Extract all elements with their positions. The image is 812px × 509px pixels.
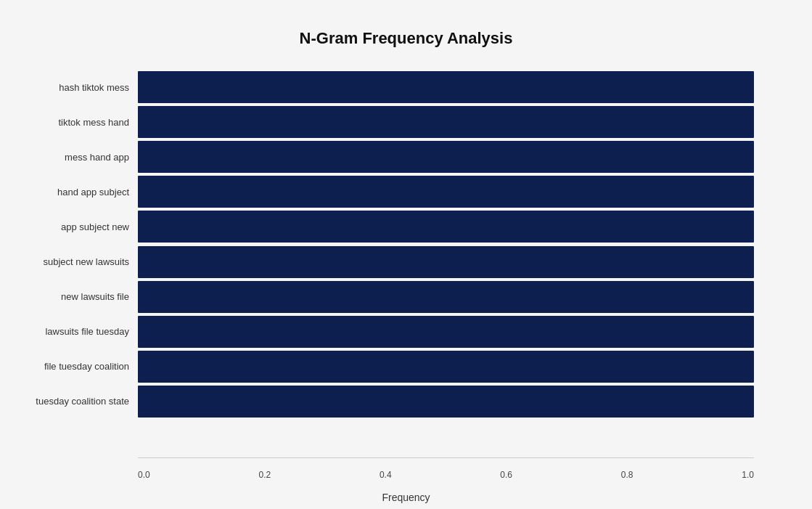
bar-row: tuesday coalition state	[138, 384, 754, 419]
bar-label: tuesday coalition state	[0, 396, 138, 407]
bar-fill	[138, 246, 754, 278]
bar-fill	[138, 106, 754, 138]
bar-fill	[138, 176, 754, 208]
bar-label: lawsuits file tuesday	[0, 326, 138, 337]
bar-label: new lawsuits file	[0, 291, 138, 302]
bar-row: mess hand app	[138, 139, 754, 174]
bar-fill	[138, 71, 754, 103]
bar-track	[138, 211, 754, 243]
bar-row: file tuesday coalition	[138, 349, 754, 384]
bar-fill	[138, 351, 754, 383]
bar-label: hand app subject	[0, 187, 138, 198]
x-axis-label: Frequency	[0, 492, 812, 503]
bar-track	[138, 281, 754, 313]
bar-fill	[138, 316, 754, 348]
bar-track	[138, 386, 754, 418]
bar-track	[138, 106, 754, 138]
bar-track	[138, 71, 754, 103]
x-tick: 0.0	[138, 470, 150, 480]
bar-fill	[138, 386, 754, 418]
chart-container: N-Gram Frequency Analysis hash tiktok me…	[0, 0, 812, 509]
bar-track	[138, 316, 754, 348]
x-tick: 0.4	[380, 470, 392, 480]
x-tick: 0.8	[621, 470, 633, 480]
chart-area: hash tiktok messtiktok mess handmess han…	[138, 70, 754, 419]
bar-label: subject new lawsuits	[0, 256, 138, 267]
chart-title: N-Gram Frequency Analysis	[58, 29, 754, 48]
x-tick: 0.6	[500, 470, 512, 480]
bar-row: subject new lawsuits	[138, 244, 754, 279]
bar-row: new lawsuits file	[138, 280, 754, 314]
bar-track	[138, 246, 754, 278]
bar-track	[138, 176, 754, 208]
bar-label: hash tiktok mess	[0, 82, 138, 93]
bar-track	[138, 351, 754, 383]
bar-track	[138, 141, 754, 173]
bar-label: mess hand app	[0, 152, 138, 163]
bar-fill	[138, 281, 754, 313]
bar-label: file tuesday coalition	[0, 361, 138, 372]
bar-fill	[138, 211, 754, 243]
bar-row: hand app subject	[138, 174, 754, 209]
x-axis: 0.00.20.40.60.81.0	[138, 465, 754, 480]
bar-label: tiktok mess hand	[0, 117, 138, 128]
x-tick: 1.0	[742, 470, 754, 480]
x-tick: 0.2	[258, 470, 271, 480]
bar-row: app subject new	[138, 209, 754, 244]
bar-row: lawsuits file tuesday	[138, 314, 754, 349]
x-axis-line	[138, 457, 754, 458]
bar-row: tiktok mess hand	[138, 105, 754, 139]
bar-fill	[138, 141, 754, 173]
bar-label: app subject new	[0, 221, 138, 232]
bar-row: hash tiktok mess	[138, 70, 754, 105]
